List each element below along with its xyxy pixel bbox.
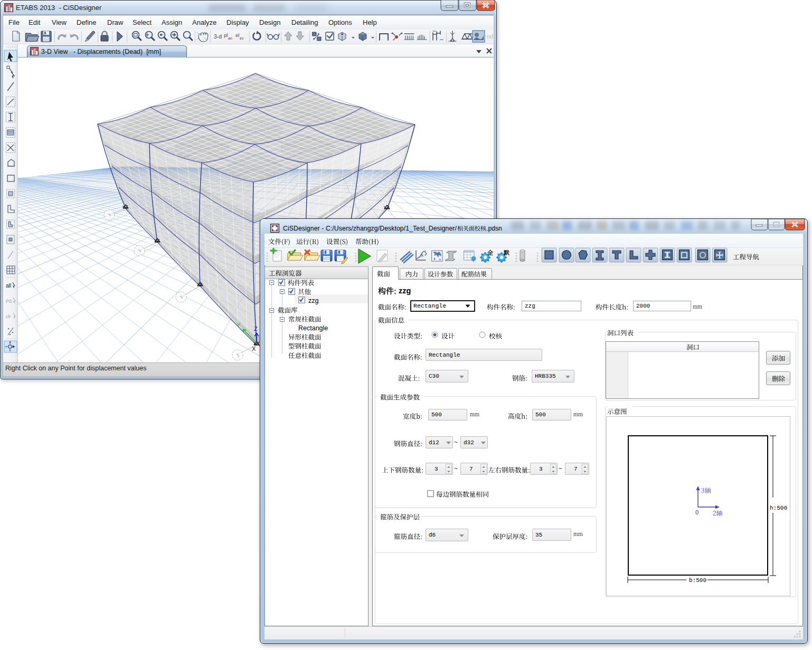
- svg-text:3-d: 3-d: [214, 33, 222, 40]
- svg-text:Z: Z: [254, 326, 258, 332]
- svg-text:an: an: [228, 36, 232, 40]
- svg-text:PS: PS: [6, 299, 12, 304]
- svg-text:pl: pl: [224, 32, 228, 38]
- svg-text:Y: Y: [237, 322, 241, 328]
- svg-text:ev: ev: [240, 36, 244, 40]
- svg-text:el: el: [235, 32, 239, 38]
- svg-text:nd: nd: [487, 33, 493, 40]
- svg-text:X: X: [252, 346, 256, 352]
- svg-text:all: all: [6, 283, 11, 289]
- svg-text:clr: clr: [6, 314, 11, 319]
- svg-text:S: S: [421, 253, 423, 258]
